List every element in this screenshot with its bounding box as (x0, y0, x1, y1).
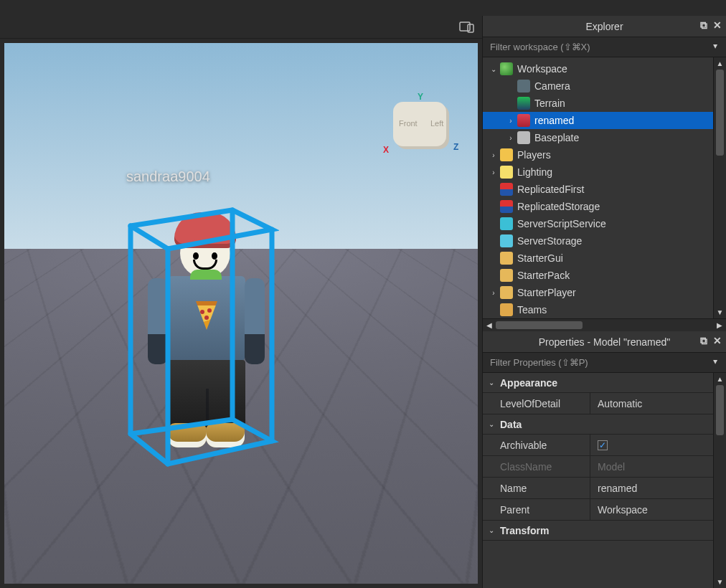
prop-levelofdetail[interactable]: LevelOfDetail Automatic (483, 393, 713, 414)
tree-item-replicatedfirst[interactable]: ReplicatedFirst (483, 181, 713, 198)
tree-item-players[interactable]: ›Players (483, 146, 713, 163)
gizmo-axis-y: Y (418, 92, 423, 102)
viewport-3d[interactable]: sandraa9004 (4, 43, 478, 584)
scroll-left-icon[interactable]: ◀ (483, 321, 496, 329)
prop-value[interactable]: Automatic (590, 393, 713, 414)
orientation-gizmo[interactable]: Front Left X Y Z (386, 95, 465, 174)
prop-value[interactable]: Workspace (590, 499, 713, 520)
section-transform[interactable]: ⌄Transform (483, 521, 713, 541)
prop-key: Name (483, 478, 590, 498)
scroll-right-icon[interactable]: ▶ (713, 321, 726, 329)
terrain-icon (517, 97, 530, 110)
tree-item-camera[interactable]: Camera (483, 77, 713, 95)
scroll-thumb[interactable] (716, 70, 724, 156)
teams-icon (500, 303, 513, 316)
scroll-up-icon[interactable]: ▲ (717, 373, 724, 385)
tree-item-terrain[interactable]: Terrain (483, 95, 713, 112)
chevron-down-icon[interactable]: ▲ (712, 359, 719, 366)
replicated-icon (500, 183, 513, 196)
prop-key: ClassName (483, 456, 590, 477)
gizmo-face-front: Front (399, 119, 418, 128)
explorer-horizontal-scrollbar[interactable]: ◀ ▶ (483, 318, 726, 331)
scroll-down-icon[interactable]: ▼ (717, 306, 724, 318)
camera-icon (517, 80, 530, 93)
viewport-toolbar (0, 16, 482, 39)
scroll-down-icon[interactable]: ▼ (717, 576, 724, 588)
scroll-up-icon[interactable]: ▲ (717, 57, 724, 70)
tree-item-lighting[interactable]: ›Lighting (483, 163, 713, 181)
tree-item-starterpack[interactable]: StarterPack (483, 267, 713, 284)
explorer-filter[interactable]: Filter workspace (⇧⌘X) ▲ (483, 37, 726, 57)
checkbox-checked-icon[interactable]: ✓ (598, 440, 608, 450)
tree-item-serverstorage[interactable]: ServerStorage (483, 232, 713, 250)
title-bar (0, 0, 726, 16)
undock-icon[interactable]: ⧉ (700, 335, 707, 347)
tree-item-baseplate[interactable]: ›Baseplate (483, 129, 713, 146)
tree-item-startergui[interactable]: StarterGui (483, 250, 713, 267)
explorer-vertical-scrollbar[interactable]: ▲ ▼ (713, 57, 726, 318)
prop-parent[interactable]: Parent Workspace (483, 499, 713, 521)
prop-classname: ClassName Model (483, 456, 713, 478)
prop-value: Model (590, 456, 713, 477)
gizmo-axis-z: Z (453, 142, 458, 152)
properties-title-bar[interactable]: Properties - Model "renamed" ⧉ ✕ (483, 331, 726, 353)
prop-key: Archivable (483, 435, 590, 455)
explorer-title-bar[interactable]: Explorer ⧉ ✕ (483, 16, 726, 37)
properties-vertical-scrollbar[interactable]: ▲ ▼ (713, 373, 726, 588)
player-nametag: sandraa9004 (126, 169, 210, 185)
scroll-thumb[interactable] (496, 321, 583, 329)
folder-icon (500, 269, 513, 282)
properties-filter[interactable]: Filter Properties (⇧⌘P) ▲ (483, 353, 726, 373)
players-icon (500, 148, 513, 161)
serverscript-icon (500, 217, 513, 230)
scroll-thumb[interactable] (716, 385, 724, 435)
svg-rect-0 (460, 22, 470, 31)
tree-item-renamed[interactable]: ›renamed (483, 112, 713, 129)
lighting-icon (500, 166, 513, 179)
tree-item-replicatedstorage[interactable]: ReplicatedStorage (483, 198, 713, 215)
close-icon[interactable]: ✕ (713, 335, 722, 347)
replicated-icon (500, 200, 513, 213)
prop-key: LevelOfDetail (483, 393, 590, 414)
folder-icon (500, 286, 513, 299)
tree-item-serverscriptservice[interactable]: ServerScriptService (483, 215, 713, 232)
section-data[interactable]: ⌄Data (483, 414, 713, 435)
model-icon (517, 114, 530, 127)
undock-icon[interactable]: ⧉ (700, 19, 707, 32)
properties-table: ⌄Appearance LevelOfDetail Automatic ⌄Dat… (483, 373, 713, 588)
part-icon (517, 131, 530, 144)
gizmo-axis-x: X (383, 145, 389, 155)
tree-item-workspace[interactable]: ⌄Workspace (483, 60, 713, 77)
serverstorage-icon (500, 234, 513, 247)
prop-value[interactable]: renamed (590, 478, 713, 498)
folder-icon (500, 252, 513, 265)
tree-item-teams[interactable]: Teams (483, 301, 713, 318)
properties-filter-placeholder: Filter Properties (⇧⌘P) (490, 357, 588, 368)
prop-key: Parent (483, 499, 590, 520)
prop-name[interactable]: Name renamed (483, 478, 713, 499)
close-icon[interactable]: ✕ (713, 19, 722, 32)
explorer-filter-placeholder: Filter workspace (⇧⌘X) (490, 42, 590, 52)
avatar-model (144, 208, 266, 459)
explorer-title: Explorer (585, 21, 623, 32)
explorer-tree: ⌄Workspace Camera Terrain ›renamed ›Base… (483, 57, 713, 318)
prop-archivable[interactable]: Archivable ✓ (483, 435, 713, 456)
chevron-down-icon[interactable]: ▲ (712, 43, 719, 51)
properties-title: Properties - Model "renamed" (539, 336, 670, 348)
globe-icon (500, 62, 513, 75)
viewport-panel: sandraa9004 (0, 16, 482, 588)
section-appearance[interactable]: ⌄Appearance (483, 373, 713, 393)
gizmo-face-left: Left (430, 119, 443, 128)
device-emulation-button[interactable] (459, 21, 475, 34)
tree-item-starterplayer[interactable]: ›StarterPlayer (483, 284, 713, 301)
